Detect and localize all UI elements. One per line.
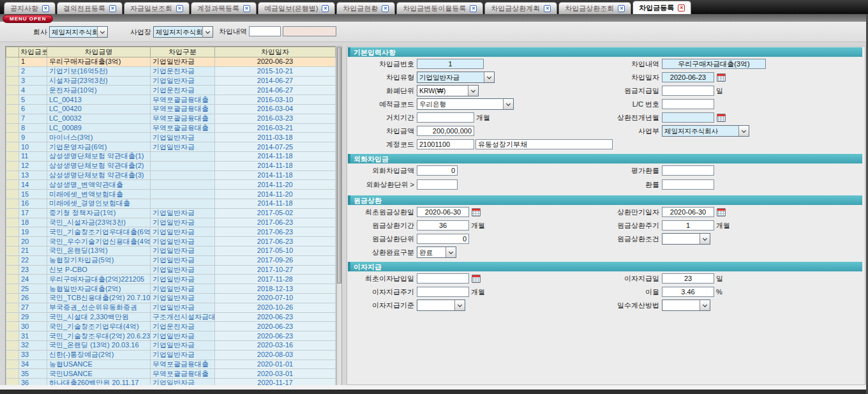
loan-type-cell[interactable]: 기업일반자금 [151,227,215,237]
row-selector-cell[interactable] [6,284,19,294]
currency-select[interactable]: KRW(₩) [417,85,479,96]
loan-row[interactable]: 13삼성생명단체보험 약관대출(3)2014-11-18 [6,170,336,180]
row-selector-cell[interactable] [6,246,19,255]
row-selector-cell[interactable] [6,161,19,170]
loan-date-cell[interactable]: 2017-05-10 [215,246,336,255]
loan-code-cell[interactable]: 32 [19,340,47,350]
row-selector-cell[interactable] [6,303,19,312]
loan-name-cell[interactable]: 국민_기술창조기업우대(4억) [47,322,151,331]
tab-close-icon[interactable]: × [109,5,116,12]
loan-date-cell[interactable]: 2017-11-28 [215,275,336,284]
loan-row[interactable]: 5LC_00413무역포괄금융대출2016-03-10 [6,95,336,105]
loan-name-cell[interactable]: 중기청 정책자금(1억) [47,208,151,218]
repay-period-input[interactable] [417,220,469,231]
loan-code-cell[interactable]: 11 [19,151,47,161]
loan-code-cell[interactable]: 34 [19,360,47,369]
loan-type-select[interactable]: 기업일반자금 [417,72,495,83]
tab-9[interactable]: 차입금상환조회× [558,2,631,14]
loan-row[interactable]: 6LC_00420무역포괄금융대출2016-03-04 [6,104,336,114]
loan-date-cell[interactable]: 2014-11-18 [215,151,336,161]
loan-code-cell[interactable]: 9 [19,133,47,142]
loan-name-cell[interactable]: 국민_온랜딩(13억) [47,246,151,255]
tab-close-icon[interactable]: × [243,5,250,12]
interest-cycle-input[interactable] [417,287,469,297]
repay-complete-select[interactable]: 완료 [417,246,456,258]
loan-date-cell[interactable]: 2020-06-23 [215,57,336,67]
loan-type-cell[interactable]: 기업운전자금 [151,66,215,76]
loan-name-cell[interactable]: 국민_우수기술기업신용대출(4억) [47,237,151,246]
loan-type-cell[interactable] [151,199,215,208]
row-selector-cell[interactable] [6,350,19,360]
loan-name-cell[interactable]: 국민_TCB신용대출(2억) 20.7.10 [47,293,151,303]
tab-close-icon[interactable]: × [42,5,49,12]
loan-name-cell[interactable]: 국민_기술창조우대(2억) 20.6.23 [47,331,151,341]
loan-date-cell[interactable]: 2018-12-13 [215,284,336,294]
loan-date-cell[interactable]: 2016-03-10 [215,95,336,105]
loan-row[interactable]: 4운전자금(10억)기업운전자금2014-06-27 [6,86,336,95]
menu-open-button[interactable]: MENU OPEN [3,15,53,23]
tab-close-icon[interactable]: × [618,5,625,12]
loan-code-cell[interactable]: 19 [19,227,47,237]
loan-type-cell[interactable]: 기업일반자금 [151,133,215,142]
loan-code-cell[interactable]: 10 [19,142,47,152]
loan-row[interactable]: 19국민_기술창조기업우대대출(6억)기업일반자금2017-06-23 [6,227,336,237]
loan-code-cell[interactable]: 4 [19,86,47,95]
loan-name-cell[interactable]: 삼성생명단체보험 약관대출(2) [47,161,151,170]
loan-name-cell[interactable]: 국민_시설대 2,330백만원 [47,312,151,322]
loan-type-cell[interactable]: 기업일반자금 [151,246,215,255]
row-selector-cell[interactable] [6,95,19,105]
loan-row[interactable]: 25농협일반자금대출(2억)기업일반자금2018-12-13 [6,284,336,294]
loan-date-cell[interactable]: 2020-07-10 [215,293,336,303]
loan-row[interactable]: 15미래에셋_변액보험대출2014-11-20 [6,190,336,199]
loan-type-cell[interactable]: 기업일반자금 [151,275,215,284]
loan-type-cell[interactable]: 무역포괄금융대출 [151,95,215,105]
loan-date-cell[interactable]: 2017-06-23 [215,218,336,227]
loan-date-cell[interactable]: 2020-08-03 [215,350,336,360]
row-selector-cell[interactable] [6,76,19,86]
loan-code-cell[interactable]: 30 [19,322,47,331]
calendar-icon[interactable] [472,275,481,283]
loan-type-cell[interactable]: 기업일반자금 [151,340,215,350]
eval-exchange-rate-input[interactable] [662,165,714,176]
table-vertical-scrollbar[interactable] [336,46,342,389]
loan-row[interactable]: 12삼성생명단체보험 약관대출(2)2014-11-18 [6,161,336,170]
loan-date-cell[interactable]: 2011-03-18 [215,133,336,142]
loan-code-cell[interactable]: 8 [19,123,47,133]
loan-date-cell[interactable]: 2017-06-23 [215,237,336,246]
row-selector-cell[interactable] [6,86,19,95]
loan-type-cell[interactable]: 기업일반자금 [151,293,215,303]
foreign-repay-unit-input[interactable] [417,179,458,190]
loan-row[interactable]: 29국민_시설대 2,330백만원구조개선시설자금대출2020-06-23 [6,312,336,322]
row-selector-cell[interactable] [6,199,19,208]
repay-cycle-input[interactable] [662,220,714,231]
loan-row[interactable]: 23신보 P-CBO기업일반자금2017-10-27 [6,265,336,275]
row-selector-cell[interactable] [6,293,19,303]
loan-type-cell[interactable]: 기업일반자금 [151,57,215,67]
maturity-date-input[interactable] [662,207,714,217]
loan-code-cell[interactable]: 16 [19,199,47,208]
loan-name-cell[interactable]: LC_00413 [47,95,151,105]
interest-basis-select[interactable] [417,299,465,311]
loan-code-cell[interactable]: 33 [19,350,47,360]
loan-row[interactable]: 14삼성생명_변액약관대출2014-11-20 [6,180,336,190]
calendar-icon[interactable] [472,208,481,216]
loan-date-cell[interactable]: 2020-03-16 [215,340,336,350]
loan-code-cell[interactable]: 6 [19,104,47,114]
first-interest-date-input[interactable] [417,273,469,284]
loan-date-cell[interactable]: 2014-11-18 [215,161,336,170]
row-selector-cell[interactable] [6,237,19,246]
tab-2[interactable]: 결의전표등록× [57,2,123,14]
calendar-icon[interactable] [717,73,726,82]
tab-7[interactable]: 차입금변동이율등록× [396,2,483,14]
loan-code-cell[interactable]: 15 [19,190,47,199]
loan-row[interactable]: 7LC_00032무역포괄금융대출2016-03-23 [6,114,336,123]
loan-type-cell[interactable]: 기업일반자금 [151,350,215,360]
loan-code-cell[interactable]: 7 [19,114,47,123]
loan-row[interactable]: 9마이너스(3억)기업일반자금2011-03-18 [6,133,336,142]
loan-detail-name-input[interactable] [283,26,336,36]
calendar-icon[interactable] [717,114,726,122]
loan-code-cell[interactable]: 18 [19,218,47,227]
loan-date-cell[interactable]: 2020-06-23 [215,312,336,322]
tab-3[interactable]: 자금일보조회× [124,2,190,14]
loan-type-cell[interactable]: 무역포괄금융대출 [151,360,215,369]
